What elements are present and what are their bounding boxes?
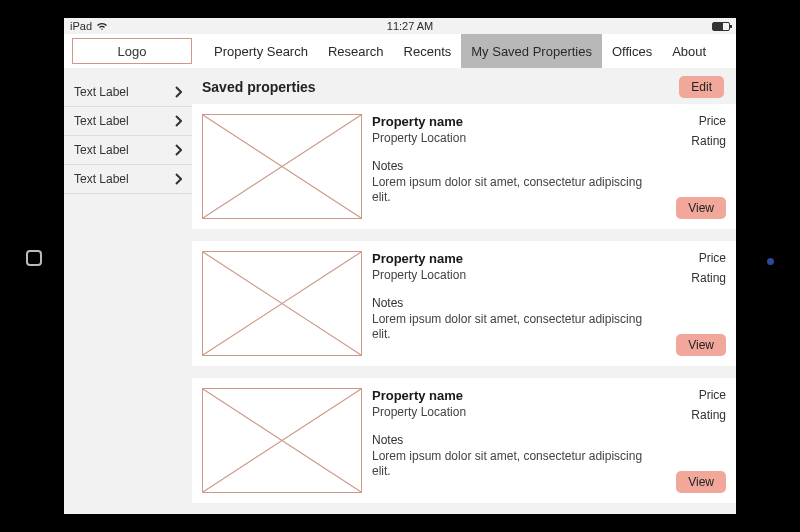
property-location: Property Location: [372, 268, 648, 282]
property-notes: Lorem ipsum dolor sit amet, consectetur …: [372, 175, 648, 205]
content-header: Saved properties Edit: [192, 68, 736, 104]
page-title: Saved properties: [202, 79, 316, 95]
nav-tab-saved-properties[interactable]: My Saved Properties: [461, 34, 602, 68]
sidebar-item-label: Text Label: [74, 172, 129, 186]
nav-tab-research[interactable]: Research: [318, 34, 394, 68]
rating-label: Rating: [691, 134, 726, 148]
rating-label: Rating: [691, 408, 726, 422]
property-meta: Price Rating View: [666, 388, 726, 493]
property-info: Property name Property Location Notes Lo…: [372, 251, 656, 356]
property-card: Property name Property Location Notes Lo…: [192, 104, 736, 229]
image-placeholder: [202, 388, 362, 493]
property-meta: Price Rating View: [666, 251, 726, 356]
chevron-right-icon: [174, 173, 182, 185]
property-notes: Lorem ipsum dolor sit amet, consectetur …: [372, 449, 648, 479]
image-placeholder: [202, 114, 362, 219]
property-card: Property name Property Location Notes Lo…: [192, 241, 736, 366]
status-time: 11:27 AM: [108, 20, 712, 32]
sidebar: Text Label Text Label Text Label Text La…: [64, 68, 192, 514]
image-placeholder: [202, 251, 362, 356]
device-camera: [767, 258, 774, 265]
sidebar-item-label: Text Label: [74, 85, 129, 99]
property-location: Property Location: [372, 131, 648, 145]
status-bar: iPad 11:27 AM: [64, 18, 736, 34]
price-label: Price: [691, 114, 726, 128]
wifi-icon: [96, 21, 108, 31]
view-button[interactable]: View: [676, 334, 726, 356]
property-info: Property name Property Location Notes Lo…: [372, 388, 656, 493]
nav-tab-about[interactable]: About: [662, 34, 716, 68]
main: Text Label Text Label Text Label Text La…: [64, 68, 736, 514]
property-info: Property name Property Location Notes Lo…: [372, 114, 656, 219]
content[interactable]: Saved properties Edit Property name Prop…: [192, 68, 736, 514]
price-label: Price: [691, 251, 726, 265]
status-device: iPad: [70, 20, 92, 32]
nav-tab-property-search[interactable]: Property Search: [204, 34, 318, 68]
sidebar-item-2[interactable]: Text Label: [64, 136, 192, 165]
view-button[interactable]: View: [676, 471, 726, 493]
nav-tab-recents[interactable]: Recents: [394, 34, 462, 68]
rating-label: Rating: [691, 271, 726, 285]
price-label: Price: [691, 388, 726, 402]
nav-tab-offices[interactable]: Offices: [602, 34, 662, 68]
property-name: Property name: [372, 388, 648, 403]
chevron-right-icon: [174, 86, 182, 98]
property-name: Property name: [372, 114, 648, 129]
chevron-right-icon: [174, 144, 182, 156]
sidebar-item-label: Text Label: [74, 114, 129, 128]
property-notes: Lorem ipsum dolor sit amet, consectetur …: [372, 312, 648, 342]
sidebar-item-label: Text Label: [74, 143, 129, 157]
logo[interactable]: Logo: [72, 38, 192, 64]
property-location: Property Location: [372, 405, 648, 419]
notes-label: Notes: [372, 159, 648, 173]
chevron-right-icon: [174, 115, 182, 127]
property-card: Property name Property Location Notes Lo…: [192, 378, 736, 503]
view-button[interactable]: View: [676, 197, 726, 219]
device-screen: iPad 11:27 AM Logo Property Search Resea…: [64, 18, 736, 514]
sidebar-item-3[interactable]: Text Label: [64, 165, 192, 194]
notes-label: Notes: [372, 296, 648, 310]
edit-button[interactable]: Edit: [679, 76, 724, 98]
nav-tabs: Property Search Research Recents My Save…: [204, 34, 716, 68]
battery-icon: [712, 22, 730, 31]
notes-label: Notes: [372, 433, 648, 447]
device-home-button: [26, 250, 42, 266]
property-name: Property name: [372, 251, 648, 266]
top-nav: Logo Property Search Research Recents My…: [64, 34, 736, 68]
sidebar-item-0[interactable]: Text Label: [64, 78, 192, 107]
sidebar-item-1[interactable]: Text Label: [64, 107, 192, 136]
property-meta: Price Rating View: [666, 114, 726, 219]
